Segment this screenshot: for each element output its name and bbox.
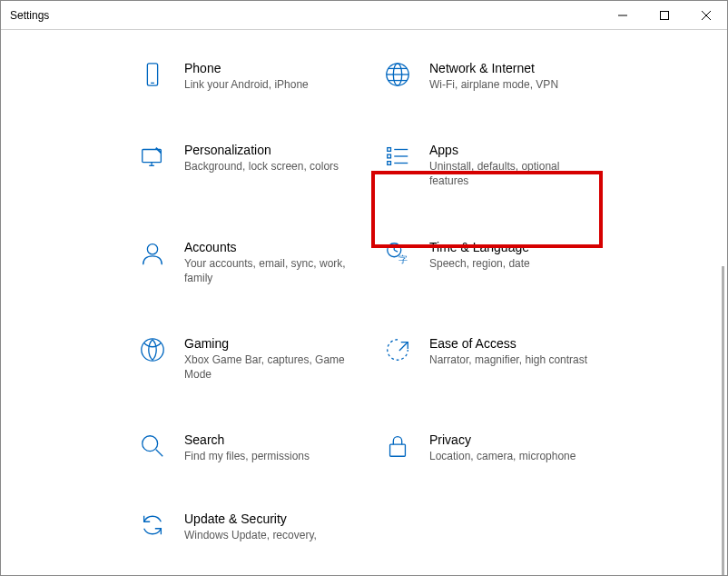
maximize-button[interactable] bbox=[644, 1, 685, 29]
category-subtitle: Find my files, permissions bbox=[184, 449, 310, 463]
category-time-language[interactable]: 字 Time & Language Speech, region, date bbox=[382, 238, 627, 285]
titlebar: Settings bbox=[1, 1, 727, 30]
category-title: Privacy bbox=[429, 432, 576, 447]
category-personalization[interactable]: Personalization Background, lock screen,… bbox=[137, 141, 382, 188]
svg-rect-30 bbox=[390, 444, 406, 456]
category-subtitle: Uninstall, defaults, optional features bbox=[429, 159, 602, 188]
category-network[interactable]: Network & Internet Wi-Fi, airplane mode,… bbox=[382, 59, 627, 92]
svg-point-26 bbox=[142, 339, 163, 361]
svg-rect-17 bbox=[388, 162, 391, 165]
personalization-icon bbox=[137, 141, 168, 172]
category-privacy[interactable]: Privacy Location, camera, microphone bbox=[382, 431, 627, 463]
svg-point-21 bbox=[147, 243, 157, 253]
apps-list-icon bbox=[382, 141, 413, 172]
category-title: Update & Security bbox=[184, 511, 317, 526]
category-subtitle: Windows Update, recovery, bbox=[184, 528, 317, 542]
category-subtitle: Speech, region, date bbox=[429, 256, 530, 271]
svg-line-27 bbox=[399, 343, 408, 351]
update-icon bbox=[137, 510, 168, 541]
lock-icon bbox=[382, 431, 413, 462]
category-title: Accounts bbox=[184, 240, 357, 254]
category-subtitle: Link your Android, iPhone bbox=[184, 77, 309, 92]
window-title: Settings bbox=[1, 9, 602, 22]
close-button[interactable] bbox=[685, 1, 727, 29]
category-title: Search bbox=[184, 432, 310, 447]
svg-line-14 bbox=[156, 148, 162, 154]
category-gaming[interactable]: Gaming Xbox Game Bar, captures, Game Mod… bbox=[137, 334, 382, 382]
search-icon bbox=[137, 431, 168, 462]
category-phone[interactable]: Phone Link your Android, iPhone bbox=[137, 59, 382, 92]
category-subtitle: Location, camera, microphone bbox=[429, 449, 576, 463]
svg-rect-16 bbox=[388, 154, 391, 158]
minimize-button[interactable] bbox=[602, 1, 644, 29]
vertical-scrollbar[interactable] bbox=[722, 266, 724, 575]
category-title: Apps bbox=[429, 143, 602, 157]
settings-content: Phone Link your Android, iPhone Network … bbox=[1, 30, 727, 575]
category-subtitle: Xbox Game Bar, captures, Game Mode bbox=[184, 353, 357, 382]
category-subtitle: Your accounts, email, sync, work, family bbox=[184, 256, 357, 285]
svg-rect-15 bbox=[388, 148, 391, 152]
window-controls bbox=[602, 1, 727, 29]
time-language-icon: 字 bbox=[382, 238, 413, 269]
category-title: Network & Internet bbox=[429, 61, 558, 75]
category-title: Time & Language bbox=[429, 240, 530, 254]
ease-of-access-icon bbox=[382, 334, 413, 365]
category-grid: Phone Link your Android, iPhone Network … bbox=[137, 59, 645, 575]
category-title: Phone bbox=[184, 61, 309, 75]
category-title: Personalization bbox=[184, 143, 339, 157]
category-subtitle: Wi-Fi, airplane mode, VPN bbox=[429, 77, 558, 92]
phone-icon bbox=[137, 59, 168, 90]
category-accounts[interactable]: Accounts Your accounts, email, sync, wor… bbox=[137, 238, 382, 285]
svg-rect-11 bbox=[143, 150, 162, 163]
svg-text:字: 字 bbox=[398, 254, 408, 264]
category-update-security[interactable]: Update & Security Windows Update, recove… bbox=[137, 510, 382, 542]
category-subtitle: Narrator, magnifier, high contrast bbox=[429, 353, 587, 367]
category-title: Gaming bbox=[184, 336, 357, 351]
globe-icon bbox=[382, 59, 413, 90]
category-ease-of-access[interactable]: Ease of Access Narrator, magnifier, high… bbox=[382, 334, 627, 382]
category-title: Ease of Access bbox=[429, 336, 587, 351]
svg-line-29 bbox=[156, 450, 163, 457]
category-search[interactable]: Search Find my files, permissions bbox=[137, 431, 382, 463]
person-icon bbox=[137, 238, 168, 269]
svg-rect-1 bbox=[661, 11, 669, 19]
svg-point-28 bbox=[143, 436, 158, 452]
gaming-icon bbox=[137, 334, 168, 365]
svg-rect-4 bbox=[147, 64, 157, 85]
category-subtitle: Background, lock screen, colors bbox=[184, 159, 339, 174]
category-apps[interactable]: Apps Uninstall, defaults, optional featu… bbox=[382, 141, 627, 188]
svg-line-24 bbox=[394, 250, 398, 252]
